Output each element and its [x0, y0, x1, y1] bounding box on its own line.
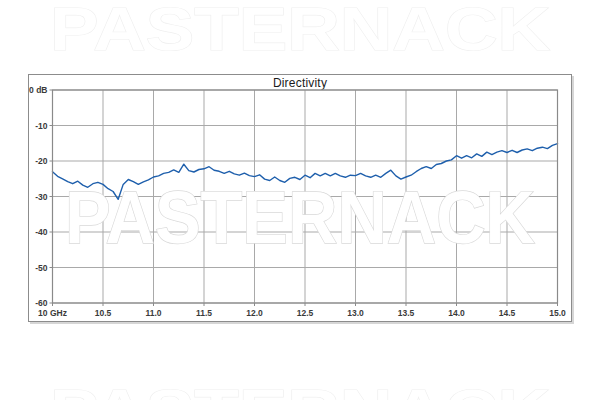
y-tick-label: -20	[35, 156, 48, 166]
x-tick-label: 11.0	[145, 308, 161, 318]
directivity-chart: Directivity PASTERNACK 10 GHz10.511.011.…	[28, 74, 572, 322]
x-tick-label: 13.0	[347, 308, 364, 318]
x-tick-label: 14.0	[448, 308, 465, 318]
y-tick-label: -40	[35, 227, 48, 237]
watermark-bottom: PASTERNACK	[50, 376, 550, 400]
x-tick-label: 10.5	[95, 308, 112, 318]
x-tick-label: 12.0	[246, 308, 263, 318]
y-tick-label: 0 dB	[29, 85, 47, 95]
x-tick-label: 14.5	[499, 308, 516, 318]
x-tick-label: 13.5	[398, 308, 415, 318]
x-tick-label: 10 GHz	[38, 308, 67, 318]
watermark-top: PASTERNACK	[50, 0, 550, 63]
x-tick-label: 15.0	[549, 308, 566, 318]
page: { "page": { "background": "#ffffff", "wa…	[0, 0, 600, 400]
y-tick-label: -30	[35, 192, 48, 202]
directivity-plot: PASTERNACK 10 GHz10.511.011.512.012.513.…	[29, 75, 571, 321]
y-tick-label: -60	[35, 298, 48, 308]
x-tick-label: 12.5	[297, 308, 314, 318]
y-tick-label: -50	[35, 263, 48, 273]
x-tick-label: 11.5	[196, 308, 212, 318]
watermark-chart: PASTERNACK	[65, 176, 535, 259]
y-tick-label: -10	[35, 121, 48, 131]
